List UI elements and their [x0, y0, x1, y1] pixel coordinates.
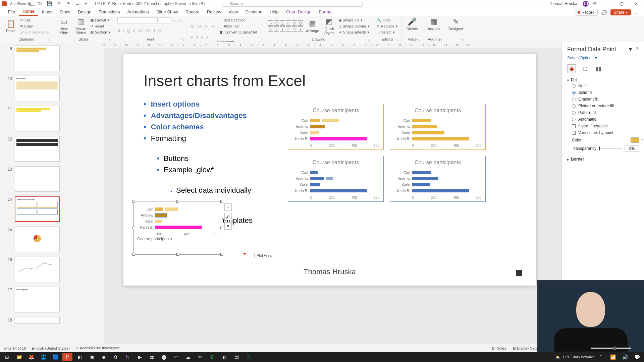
color-picker[interactable]	[631, 137, 639, 143]
thumb-16[interactable]	[15, 257, 60, 282]
tab-format[interactable]: Format	[316, 8, 336, 16]
pane-close-button[interactable]: ✕	[635, 46, 639, 53]
designer-button[interactable]: ✎Designer	[448, 17, 463, 31]
tray-network-icon[interactable]: 📶	[608, 353, 618, 361]
notes-button[interactable]: 🗒 Notes	[492, 346, 506, 350]
tb-excel[interactable]: X	[244, 353, 254, 361]
thumb-13[interactable]	[15, 166, 60, 192]
tb-app[interactable]: ▶	[135, 353, 145, 361]
effects-tab[interactable]: ⬠	[581, 64, 589, 73]
thumb-18[interactable]	[15, 317, 60, 324]
thumb-15[interactable]	[15, 227, 60, 252]
replace-button[interactable]: ⤭ Replace ▾	[377, 23, 398, 29]
radio-picture[interactable]	[572, 104, 576, 108]
search-input[interactable]	[222, 1, 363, 7]
tab-insert[interactable]: Insert	[39, 8, 56, 16]
start-button[interactable]: ⊞	[2, 353, 12, 361]
pane-dropdown-icon[interactable]: ▾	[629, 46, 632, 53]
user-name[interactable]: Thomas Hruska	[549, 1, 577, 6]
find-button[interactable]: 🔍 Find	[377, 17, 398, 23]
autosave[interactable]: AutoSave Off	[10, 2, 42, 6]
tb-app[interactable]: ▤	[231, 353, 241, 361]
reuse-slides-button[interactable]: ▥Reuse Slides	[73, 17, 88, 35]
fill-line-tab[interactable]: ◆	[567, 64, 576, 73]
paste-button[interactable]: 📋Paste	[3, 19, 18, 33]
share-button[interactable]: Share ▾	[610, 9, 631, 15]
collapse-ribbon-icon[interactable]: ⌄	[639, 37, 642, 41]
justify-icon[interactable]: ≡	[206, 35, 209, 40]
coming-soon-icon[interactable]: ⊕	[592, 1, 598, 6]
radio-auto[interactable]	[572, 118, 576, 121]
bold-button[interactable]: B	[117, 28, 120, 33]
thumb-9[interactable]	[15, 46, 60, 71]
chart-styles-button[interactable]: 🖌	[224, 213, 232, 220]
section-button[interactable]: ▤ Section ▾	[90, 29, 111, 35]
chart-filters-button[interactable]: ▼	[224, 222, 232, 230]
indent-inc-icon[interactable]: ⇥	[211, 24, 215, 29]
tb-app[interactable]: ✿	[111, 353, 121, 361]
addins-button[interactable]: ▦Add-ins	[427, 17, 441, 31]
tab-review[interactable]: Review	[204, 8, 225, 16]
select-button[interactable]: ▭ Select ▾	[377, 29, 398, 35]
tab-file[interactable]: File	[5, 8, 18, 16]
tb-app[interactable]: ▭	[171, 353, 181, 361]
maximize-button[interactable]: ▢	[616, 1, 627, 6]
shape-effects-button[interactable]: ✦ Shape Effects ▾	[339, 29, 370, 35]
tab-record[interactable]: Record	[182, 8, 203, 16]
align-left-icon[interactable]: ≡	[191, 35, 193, 40]
tb-explorer[interactable]: 📁	[14, 353, 24, 361]
comments-icon[interactable]: 💬	[600, 10, 608, 15]
tb-powerpoint[interactable]: P	[62, 353, 72, 361]
reset-button[interactable]: ↺ Reset	[90, 23, 111, 29]
radio-nofill[interactable]	[572, 84, 576, 88]
grow-font-icon[interactable]: A↑	[172, 18, 177, 23]
tab-slideshow[interactable]: Slide Show	[153, 8, 181, 16]
cut-button[interactable]: ✂ Cut	[20, 17, 50, 23]
status-accessibility[interactable]: ⚠ Accessibility: Investigate	[76, 346, 120, 350]
record-button[interactable]: Record	[575, 9, 598, 16]
italic-button[interactable]: I	[123, 28, 124, 33]
thumbnail-panel[interactable]: 9 10Insert tables 11 12 13 14 Insert cha…	[0, 42, 98, 344]
shrink-font-icon[interactable]: A↓	[178, 18, 183, 23]
font-family[interactable]	[117, 17, 158, 23]
tab-help[interactable]: Help	[266, 8, 282, 16]
transparency-value[interactable]	[625, 145, 639, 152]
thumb-17[interactable]: Insert diagrams	[15, 287, 60, 312]
chart-1[interactable]: Course participants Carl Andrew Karin Ka…	[288, 104, 384, 150]
tab-animations[interactable]: Animations	[124, 8, 152, 16]
tb-app[interactable]: ▣	[87, 353, 97, 361]
tb-edge[interactable]: 🟦	[50, 353, 60, 361]
fill-header[interactable]: Fill	[567, 78, 639, 82]
zoom-slider[interactable]	[591, 348, 631, 349]
arrange-button[interactable]: ▦Arrange	[305, 19, 320, 33]
redo-icon[interactable]: ↷	[65, 1, 71, 6]
resize-handle[interactable]	[132, 200, 135, 203]
qat-more-icon[interactable]: ▾	[84, 1, 88, 6]
shape-fill-button[interactable]: ◆ Shape Fill ▾	[339, 17, 370, 23]
tray-chevron-icon[interactable]: ˄	[596, 353, 606, 361]
resize-handle[interactable]	[220, 253, 223, 256]
check-vary[interactable]	[572, 131, 576, 135]
thumb-14[interactable]: Insert charts from Excel	[15, 196, 60, 222]
tab-transitions[interactable]: Transitions	[95, 8, 123, 16]
tb-weather[interactable]: ⛅ 12°C Stark bewölkt	[555, 355, 594, 359]
layout-button[interactable]: ▦ Layout ▾	[90, 17, 111, 23]
tab-chartdesign[interactable]: Chart Design	[283, 8, 315, 16]
shadow-button[interactable]: AV	[138, 28, 143, 33]
search-box[interactable]	[222, 1, 363, 7]
chart-elements-button[interactable]: ＋	[224, 203, 232, 211]
slide-canvas[interactable]: 1615141312111098765432101234567891011121…	[98, 42, 561, 344]
radio-solid[interactable]	[572, 91, 576, 95]
tab-draw[interactable]: Draw	[57, 8, 74, 16]
underline-button[interactable]: U	[127, 28, 130, 33]
close-button[interactable]: ✕	[631, 1, 642, 6]
resize-handle[interactable]	[132, 227, 135, 229]
text-direction-button[interactable]: ↕ Text Direction	[220, 17, 257, 23]
minimize-button[interactable]: —	[601, 1, 612, 6]
status-lang[interactable]: English (United States)	[32, 346, 70, 350]
selected-chart[interactable]: Carl Andrew Karin Karin B. 200400600 Cou…	[133, 201, 222, 255]
resize-handle[interactable]	[176, 200, 179, 203]
font-color-icon[interactable]: A	[158, 28, 161, 33]
transparency-slider[interactable]	[599, 148, 622, 149]
undo-icon[interactable]: ↶	[56, 1, 62, 6]
